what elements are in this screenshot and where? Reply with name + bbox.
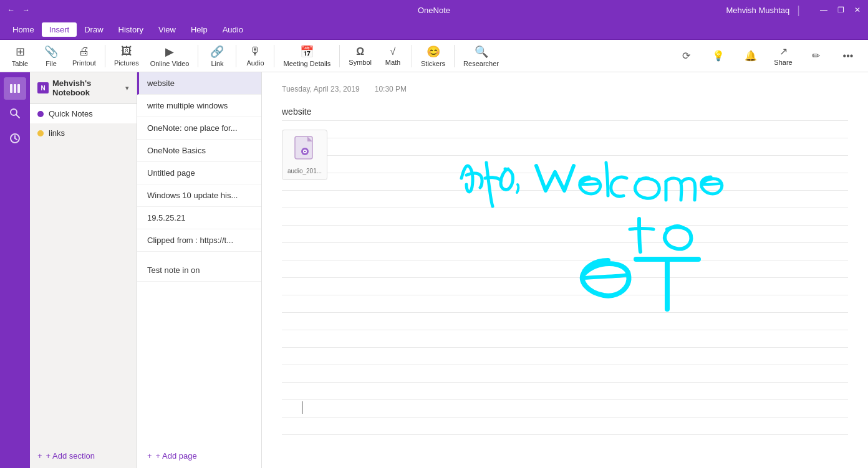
- stickers-button[interactable]: 😊 Stickers: [416, 42, 450, 70]
- share-icon: ↗: [779, 45, 788, 57]
- meeting-details-label: Meeting Details: [283, 60, 330, 67]
- title-bar: ← → OneNote Mehvish Mushtaq | — ❐ ✕: [0, 0, 868, 20]
- symbol-button[interactable]: Ω Symbol: [344, 44, 377, 69]
- page-item-test-note[interactable]: Test note in on: [137, 259, 261, 282]
- menu-help[interactable]: Help: [183, 22, 215, 37]
- file-button[interactable]: 📎 File: [36, 42, 66, 70]
- menu-insert[interactable]: Insert: [42, 22, 77, 37]
- quick-notes-dot: [37, 111, 44, 117]
- link-icon: 🔗: [210, 45, 224, 59]
- audio-label: Audio: [246, 59, 264, 67]
- section-quick-notes[interactable]: Quick Notes: [30, 104, 137, 123]
- sidebar-search-icon[interactable]: [4, 102, 26, 125]
- page-label-windows10: Windows 10 update his...: [147, 191, 238, 200]
- add-section-button[interactable]: + + Add section: [30, 444, 137, 468]
- add-page-button[interactable]: + + Add page: [137, 444, 261, 468]
- page-item-onenote-basics[interactable]: OneNote Basics: [137, 140, 261, 162]
- menu-view[interactable]: View: [151, 22, 183, 37]
- page-item-clipped[interactable]: Clipped from : https://t...: [137, 229, 261, 252]
- pictures-label: Pictures: [114, 59, 139, 67]
- svg-rect-0: [10, 84, 12, 93]
- page-label-onenote-place: OneNote: one place for...: [147, 123, 238, 133]
- toolbar-divider-1: [105, 45, 105, 67]
- minimize-button[interactable]: —: [820, 6, 827, 14]
- page-label-clipped: Clipped from : https://t...: [147, 236, 233, 245]
- app-title: OneNote: [418, 6, 450, 15]
- table-button[interactable]: ⊞ Table: [5, 42, 35, 70]
- lightbulb-icon: 💡: [712, 50, 725, 62]
- notifications-button[interactable]: 🔔: [736, 43, 766, 69]
- notebook-header[interactable]: N Mehvish's Notebook ▾: [30, 72, 137, 104]
- page-title: website: [282, 104, 311, 119]
- researcher-label: Researcher: [463, 60, 499, 67]
- toolbar-divider-2: [198, 45, 198, 67]
- meeting-details-button[interactable]: 📅 Meeting Details: [278, 42, 335, 70]
- page-item-multiple-windows[interactable]: write multiple windows: [137, 95, 261, 117]
- online-video-icon: ▶: [165, 45, 174, 59]
- page-time: 10:30 PM: [375, 85, 407, 93]
- maximize-button[interactable]: ❐: [837, 6, 844, 14]
- menu-audio[interactable]: Audio: [215, 22, 251, 37]
- page-header: Tuesday, April 23, 2019 10:30 PM: [262, 72, 868, 98]
- handwriting-area: [455, 128, 798, 315]
- notebook-panel: N Mehvish's Notebook ▾ Quick Notes links…: [30, 72, 137, 468]
- svg-rect-1: [14, 84, 16, 93]
- audio-file-icon: [292, 135, 317, 165]
- pictures-icon: 🖼: [121, 45, 132, 58]
- add-page-label: + Add page: [156, 451, 197, 461]
- more-icon: •••: [843, 50, 854, 62]
- printout-button[interactable]: 🖨 Printout: [67, 42, 101, 69]
- sidebar-library-icon[interactable]: [4, 77, 26, 100]
- audio-button[interactable]: 🎙 Audio: [240, 42, 270, 69]
- menu-home[interactable]: Home: [5, 22, 42, 37]
- sync-button[interactable]: ⟳: [671, 43, 701, 69]
- page-date: Tuesday, April 23, 2019: [282, 85, 360, 93]
- add-section-label: + Add section: [46, 451, 95, 461]
- forward-button[interactable]: →: [22, 6, 30, 14]
- more-button[interactable]: •••: [833, 43, 863, 69]
- edit-button[interactable]: ✏: [801, 43, 831, 69]
- math-button[interactable]: √ Math: [378, 44, 408, 69]
- audio-file-attachment[interactable]: audio_201...: [282, 130, 327, 180]
- pictures-button[interactable]: 🖼 Pictures: [109, 42, 144, 69]
- share-button[interactable]: ↗ Share: [768, 43, 798, 69]
- page-item-windows10[interactable]: Windows 10 update his...: [137, 184, 261, 207]
- page-item-untitled[interactable]: Untitled page: [137, 162, 261, 184]
- online-video-button[interactable]: ▶ Online Video: [145, 42, 195, 70]
- section-links[interactable]: links: [30, 123, 137, 143]
- printout-icon: 🖨: [79, 45, 90, 58]
- notebook-icon: N: [37, 82, 49, 93]
- lightbulb-button[interactable]: 💡: [703, 43, 733, 69]
- menu-draw[interactable]: Draw: [77, 22, 110, 37]
- page-body[interactable]: website audio_201...: [262, 98, 868, 451]
- links-label: links: [49, 128, 65, 138]
- researcher-button[interactable]: 🔍 Researcher: [458, 42, 504, 70]
- online-video-label: Online Video: [150, 60, 190, 67]
- lined-area: website audio_201...: [282, 103, 848, 446]
- user-name: Mehvish Mushtaq: [726, 6, 789, 15]
- page-label-version: 19.5.25.21: [147, 213, 185, 222]
- file-label: File: [46, 60, 57, 67]
- page-item-website[interactable]: website: [137, 72, 261, 95]
- page-divider: [137, 252, 261, 259]
- add-page-plus-icon: +: [147, 451, 152, 461]
- researcher-icon: 🔍: [475, 45, 488, 59]
- notifications-icon: 🔔: [745, 50, 757, 62]
- back-button[interactable]: ←: [7, 6, 15, 14]
- pages-panel: website write multiple windows OneNote: …: [137, 72, 262, 468]
- toolbar-divider-3: [236, 45, 236, 67]
- page-item-onenote-place[interactable]: OneNote: one place for...: [137, 117, 261, 140]
- links-dot: [37, 130, 44, 136]
- page-item-version[interactable]: 19.5.25.21: [137, 207, 261, 229]
- content-area[interactable]: Tuesday, April 23, 2019 10:30 PM website: [262, 72, 868, 468]
- menu-bar: Home Insert Draw History View Help Audio: [0, 20, 868, 40]
- link-button[interactable]: 🔗 Link: [202, 42, 232, 70]
- symbol-label: Symbol: [349, 59, 372, 66]
- toolbar-divider-7: [454, 45, 455, 67]
- sidebar-history-icon[interactable]: [4, 127, 26, 150]
- close-button[interactable]: ✕: [854, 6, 861, 14]
- audio-icon: 🎙: [249, 45, 261, 58]
- math-label: Math: [385, 59, 400, 66]
- meeting-details-icon: 📅: [300, 45, 314, 59]
- menu-history[interactable]: History: [111, 22, 151, 37]
